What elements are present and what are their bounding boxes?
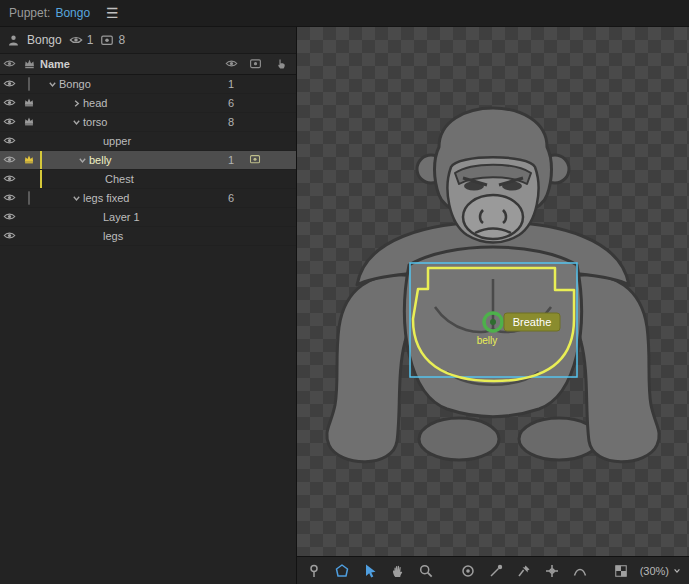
tree-row-belly[interactable]: belly1 <box>0 151 296 170</box>
layer-visibility-eye-icon[interactable] <box>3 115 16 130</box>
tree-row-head[interactable]: head6 <box>0 94 296 113</box>
tool-buttons <box>305 562 589 580</box>
zoom-level-label: (30%) <box>640 565 669 577</box>
layer-visibility-eye-icon[interactable] <box>3 172 16 187</box>
chevron-down-icon[interactable] <box>46 80 59 89</box>
zoom-level-button[interactable]: (30%) <box>640 565 681 577</box>
puppet-canvas[interactable]: Breathe belly <box>297 27 689 556</box>
tree-row-torso[interactable]: torso8 <box>0 113 296 132</box>
puppet-toolbar: (30%) <box>297 556 689 584</box>
camera-column-icon[interactable] <box>249 57 262 72</box>
crown-icon <box>23 96 35 110</box>
panel-titlebar: Puppet: Bongo ☰ <box>0 0 689 27</box>
hand-tool[interactable] <box>389 562 407 580</box>
handle-tool[interactable] <box>459 562 477 580</box>
frame-count: 8 <box>118 33 125 47</box>
puppet-summary-row: Bongo 1 8 <box>0 27 296 53</box>
visible-count: 1 <box>87 33 94 47</box>
layer-count: 1 <box>228 154 234 166</box>
visibility-column-eye-icon <box>3 57 16 72</box>
layer-name-cell: Bongo <box>40 75 219 93</box>
layer-count: 8 <box>228 116 234 128</box>
layer-name-label: Chest <box>105 173 134 185</box>
outline-tool[interactable] <box>333 562 351 580</box>
layer-thumbnail-square <box>28 77 30 91</box>
tree-row-chest[interactable]: Chest <box>0 170 296 189</box>
layer-name-label: head <box>83 97 107 109</box>
selection-tool[interactable] <box>361 562 379 580</box>
layer-name-label: Bongo <box>59 78 91 90</box>
gorilla-artwork <box>327 108 659 462</box>
layer-thumbnail-square <box>28 191 30 205</box>
layer-name-label: Layer 1 <box>103 211 140 223</box>
layer-visibility-eye-icon[interactable] <box>3 191 16 206</box>
character-animator-puppet-panel: Puppet: Bongo ☰ Bongo 1 8 Name Bo <box>0 0 689 584</box>
chevron-down-icon <box>673 565 681 577</box>
layer-count: 1 <box>228 78 234 90</box>
puppet-structure-panel: Bongo 1 8 Name Bongo1head6torso8upperbel… <box>0 27 297 584</box>
camera-icon <box>100 33 114 47</box>
crown-icon <box>23 115 35 129</box>
puppet-summary-name: Bongo <box>27 33 62 47</box>
layer-count: 6 <box>228 192 234 204</box>
layer-visibility-eye-icon[interactable] <box>3 210 16 225</box>
tree-row-layer-1[interactable]: Layer 1 <box>0 208 296 227</box>
crown-column-icon <box>23 57 36 72</box>
chevron-right-icon[interactable] <box>70 99 83 108</box>
breathe-badge-label: Breathe <box>513 316 552 328</box>
name-column-header: Name <box>40 58 219 70</box>
crown-icon <box>23 153 35 167</box>
tree-row-bongo[interactable]: Bongo1 <box>0 75 296 94</box>
pin-tool[interactable] <box>515 562 533 580</box>
chevron-down-icon[interactable] <box>70 118 83 127</box>
layer-name-cell: head <box>40 94 219 112</box>
layer-name-label: legs <box>103 230 123 242</box>
layer-name-cell: Layer 1 <box>40 208 219 226</box>
eye-column-icon[interactable] <box>225 57 238 72</box>
layer-name-cell: legs <box>40 227 219 245</box>
layer-name-cell: upper <box>40 132 219 150</box>
main-area: Bongo 1 8 Name Bongo1head6torso8upperbel… <box>0 27 689 584</box>
layer-visibility-eye-icon[interactable] <box>3 96 16 111</box>
layer-visibility-eye-icon[interactable] <box>3 229 16 244</box>
mesh-pin-tool[interactable] <box>305 562 323 580</box>
layer-name-label: legs fixed <box>83 192 129 204</box>
handle-column-icon[interactable] <box>275 57 288 72</box>
layer-visibility-eye-icon[interactable] <box>3 153 16 168</box>
dangle-tool[interactable] <box>571 562 589 580</box>
transparency-grid-button[interactable] <box>612 562 630 580</box>
panel-label: Puppet: <box>9 6 50 20</box>
layer-name-label: torso <box>83 116 107 128</box>
puppet-name-tab[interactable]: Bongo <box>55 6 90 20</box>
handle-name-label: belly <box>477 335 498 346</box>
tree-header: Name <box>0 53 296 75</box>
canvas-column: Breathe belly (30%) <box>297 27 689 584</box>
layer-thumbnail <box>28 192 30 204</box>
tree-row-legs-fixed[interactable]: legs fixed6 <box>0 189 296 208</box>
breathe-badge: Breathe <box>504 313 560 331</box>
stick-tool[interactable] <box>487 562 505 580</box>
layer-thumbnail <box>28 78 30 90</box>
chevron-down-icon[interactable] <box>70 194 83 203</box>
layer-visibility-eye-icon[interactable] <box>3 134 16 149</box>
panel-menu-icon[interactable]: ☰ <box>106 6 119 20</box>
origin-tool[interactable] <box>543 562 561 580</box>
tree-row-upper[interactable]: upper <box>0 132 296 151</box>
layer-tree: Bongo1head6torso8upperbelly1Chestlegs fi… <box>0 75 296 584</box>
layer-name-label: upper <box>103 135 131 147</box>
layer-name-cell: belly <box>40 151 219 169</box>
person-icon <box>7 34 20 47</box>
layer-name-cell: Chest <box>40 170 219 188</box>
layer-name-cell: torso <box>40 113 219 131</box>
layer-camera-icon <box>249 153 261 167</box>
layer-visibility-eye-icon[interactable] <box>3 77 16 92</box>
tree-row-legs[interactable]: legs <box>0 227 296 246</box>
layer-name-label: belly <box>89 154 112 166</box>
layer-count: 6 <box>228 97 234 109</box>
zoom-tool[interactable] <box>417 562 435 580</box>
chevron-down-icon[interactable] <box>76 156 89 165</box>
layer-name-cell: legs fixed <box>40 189 219 207</box>
eye-icon <box>69 33 83 47</box>
